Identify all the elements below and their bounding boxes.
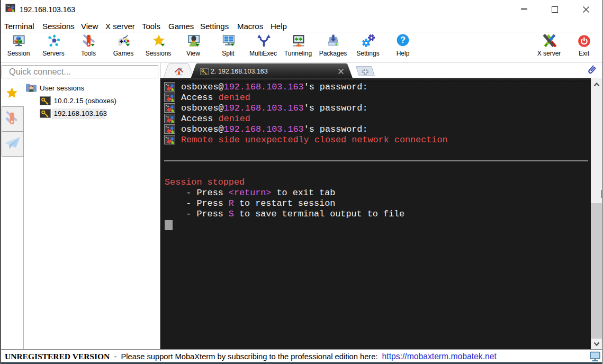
svg-text:?: ? xyxy=(400,35,405,44)
